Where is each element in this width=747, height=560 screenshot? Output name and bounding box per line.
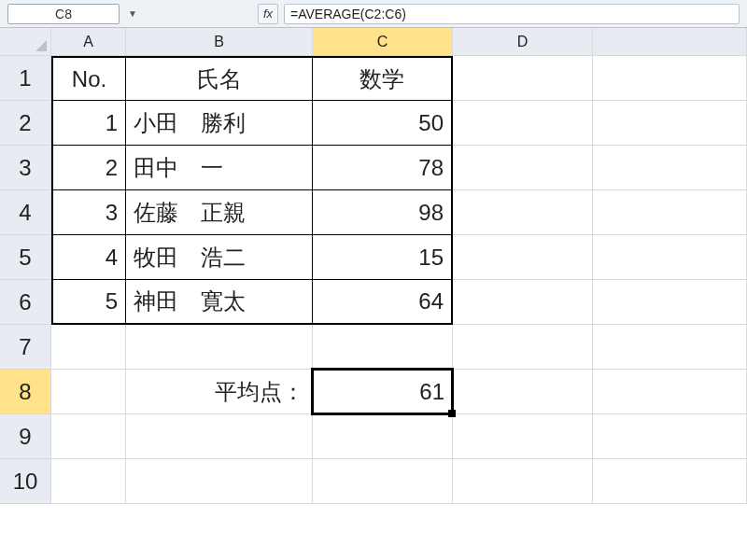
row-header-7[interactable]: 7 — [0, 325, 51, 370]
cell-e4[interactable] — [593, 190, 747, 235]
cell-b2[interactable]: 小田 勝利 — [126, 101, 313, 146]
cell-e9[interactable] — [593, 414, 747, 459]
cell-e3[interactable] — [593, 146, 747, 190]
row-header-10[interactable]: 10 — [0, 459, 51, 504]
cell-d7[interactable] — [453, 325, 593, 370]
cell-a1[interactable]: No. — [51, 56, 126, 101]
cell-b7[interactable] — [126, 325, 313, 370]
cell-a6[interactable]: 5 — [51, 280, 126, 325]
cell-e2[interactable] — [593, 101, 747, 146]
name-box-dropdown-icon[interactable]: ▼ — [125, 4, 140, 24]
cell-a5[interactable]: 4 — [51, 235, 126, 280]
cell-b4[interactable]: 佐藤 正親 — [126, 190, 313, 235]
cell-b1[interactable]: 氏名 — [126, 56, 313, 101]
cell-e1[interactable] — [593, 56, 747, 101]
cell-c5[interactable]: 15 — [313, 235, 453, 280]
formula-bar: C8 ▼ fx =AVERAGE(C2:C6) — [0, 0, 747, 28]
cell-c7[interactable] — [313, 325, 453, 370]
row-header-9[interactable]: 9 — [0, 414, 51, 459]
cell-c3[interactable]: 78 — [313, 146, 453, 190]
col-header-a[interactable]: A — [51, 28, 126, 56]
spreadsheet-grid: A B C D 1 No. 氏名 数学 2 1 小田 勝利 50 3 2 田中 … — [0, 28, 747, 504]
cell-a4[interactable]: 3 — [51, 190, 126, 235]
cell-d5[interactable] — [453, 235, 593, 280]
cell-c4[interactable]: 98 — [313, 190, 453, 235]
cell-c9[interactable] — [313, 414, 453, 459]
col-header-d[interactable]: D — [453, 28, 593, 56]
cell-e6[interactable] — [593, 280, 747, 325]
cell-e10[interactable] — [593, 459, 747, 504]
row-header-2[interactable]: 2 — [0, 101, 51, 146]
cell-d2[interactable] — [453, 101, 593, 146]
cell-a3[interactable]: 2 — [51, 146, 126, 190]
cell-e7[interactable] — [593, 325, 747, 370]
cell-d4[interactable] — [453, 190, 593, 235]
cell-b5[interactable]: 牧田 浩二 — [126, 235, 313, 280]
row-header-4[interactable]: 4 — [0, 190, 51, 235]
cell-d8[interactable] — [453, 370, 593, 414]
cell-c1[interactable]: 数学 — [313, 56, 453, 101]
cell-d10[interactable] — [453, 459, 593, 504]
cell-b6[interactable]: 神田 寛太 — [126, 280, 313, 325]
row-header-3[interactable]: 3 — [0, 146, 51, 190]
cell-c2[interactable]: 50 — [313, 101, 453, 146]
cell-c8[interactable]: 61 — [313, 370, 453, 414]
formula-input[interactable]: =AVERAGE(C2:C6) — [284, 4, 740, 24]
cell-e8[interactable] — [593, 370, 747, 414]
select-all-corner[interactable] — [0, 28, 51, 56]
cell-c10[interactable] — [313, 459, 453, 504]
row-header-6[interactable]: 6 — [0, 280, 51, 325]
cell-d3[interactable] — [453, 146, 593, 190]
cell-a2[interactable]: 1 — [51, 101, 126, 146]
col-header-c[interactable]: C — [313, 28, 453, 56]
col-header-b[interactable]: B — [126, 28, 313, 56]
row-header-8[interactable]: 8 — [0, 370, 51, 414]
cell-b9[interactable] — [126, 414, 313, 459]
cell-c6[interactable]: 64 — [313, 280, 453, 325]
cell-a9[interactable] — [51, 414, 126, 459]
cell-b8[interactable]: 平均点： — [126, 370, 313, 414]
row-header-5[interactable]: 5 — [0, 235, 51, 280]
cell-d6[interactable] — [453, 280, 593, 325]
cell-a10[interactable] — [51, 459, 126, 504]
insert-function-button[interactable]: fx — [258, 4, 278, 24]
cell-e5[interactable] — [593, 235, 747, 280]
cell-d9[interactable] — [453, 414, 593, 459]
cell-d1[interactable] — [453, 56, 593, 101]
cell-b10[interactable] — [126, 459, 313, 504]
col-header-blank — [593, 28, 747, 56]
cell-b3[interactable]: 田中 一 — [126, 146, 313, 190]
cell-a8[interactable] — [51, 370, 126, 414]
name-box[interactable]: C8 — [7, 4, 120, 24]
cell-a7[interactable] — [51, 325, 126, 370]
row-header-1[interactable]: 1 — [0, 56, 51, 101]
